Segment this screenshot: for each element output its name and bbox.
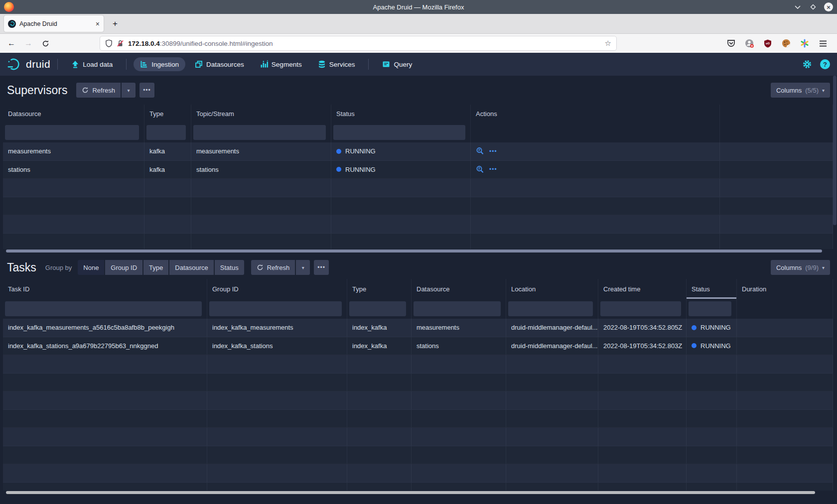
cell-status: RUNNING [687, 337, 737, 355]
help-icon[interactable]: ? [820, 59, 830, 69]
segments-icon [260, 60, 268, 68]
nav-item-load-data[interactable]: Load data [65, 57, 119, 71]
cell-type: index_kafka [347, 337, 412, 355]
nav-item-query[interactable]: Query [376, 57, 418, 71]
empty-cell [144, 179, 191, 197]
supervisor-row-stations[interactable]: stations kafka stations RUNNING ••• [3, 161, 833, 179]
menu-hamburger-icon[interactable] [818, 38, 828, 48]
tab-close-icon[interactable]: × [96, 20, 100, 28]
column-header-duration[interactable]: Duration [737, 279, 833, 299]
empty-cell [720, 197, 833, 215]
supervisors-title: Supervisors [7, 84, 67, 97]
column-header-status-sorted[interactable]: Status [687, 279, 737, 299]
settings-gear-icon[interactable] [802, 59, 812, 69]
empty-cell [144, 234, 191, 250]
browser-tab-apache-druid[interactable]: Apache Druid × [4, 15, 104, 32]
url-bar[interactable]: 172.18.0.4:30899/unified-console.html#in… [100, 36, 617, 51]
empty-cell [687, 428, 737, 446]
nav-label: Segments [272, 61, 302, 68]
ublock-origin-icon[interactable]: uO [763, 38, 773, 48]
scrollbar-thumb[interactable] [6, 250, 822, 252]
nav-label: Datasources [206, 61, 244, 68]
group-by-type-button[interactable]: Type [143, 260, 168, 275]
filter-location-input[interactable] [508, 301, 593, 316]
row-more-actions-icon[interactable]: ••• [489, 166, 497, 173]
column-header-status[interactable]: Status [331, 105, 471, 123]
task-row-stations[interactable]: index_kafka_stations_a9a679b22795b63_nnk… [3, 337, 833, 356]
column-header-type[interactable]: Type [144, 105, 191, 123]
filter-task-id-input[interactable] [5, 301, 202, 316]
nav-item-services[interactable]: Services [311, 57, 362, 71]
supervisors-columns-button[interactable]: Columns (5/5) ▾ [771, 83, 830, 98]
supervisor-row-measurements[interactable]: measurements kafka measurements RUNNING … [3, 142, 833, 161]
filter-status-input[interactable] [689, 301, 731, 316]
filter-topic-input[interactable] [193, 125, 326, 140]
nav-item-datasources[interactable]: Datasources [188, 57, 251, 71]
filter-type-input[interactable] [146, 125, 186, 140]
running-status-dot [692, 343, 697, 348]
running-status-dot [336, 149, 341, 154]
filter-type-input[interactable] [349, 301, 406, 316]
empty-cell [3, 355, 207, 373]
new-tab-button[interactable]: + [109, 17, 122, 30]
druid-brand: druid [7, 57, 50, 72]
filter-datasource-input[interactable] [414, 301, 501, 316]
tasks-more-button[interactable]: ••• [314, 260, 329, 275]
colorful-asterisk-extension-icon[interactable] [800, 38, 810, 48]
insecure-lock-icon[interactable] [117, 39, 124, 47]
reload-button[interactable] [39, 37, 52, 50]
filter-datasource-input[interactable] [5, 125, 139, 140]
tracking-shield-icon[interactable] [105, 39, 113, 47]
column-header-datasource[interactable]: Datasource [3, 105, 144, 123]
inspect-magnifier-icon[interactable] [476, 165, 484, 174]
inspect-magnifier-icon[interactable] [476, 147, 484, 155]
filter-status-input[interactable] [333, 125, 465, 140]
tasks-columns-button[interactable]: Columns (9/9) ▾ [771, 260, 830, 275]
column-header-group-id[interactable]: Group ID [207, 279, 347, 299]
scrollbar-thumb[interactable] [833, 76, 837, 225]
supervisors-refresh-button[interactable]: Refresh [76, 83, 121, 98]
window-maximize-button[interactable] [809, 2, 818, 11]
scrollbar-thumb[interactable] [6, 491, 815, 494]
tasks-refresh-dropdown[interactable]: ▾ [296, 260, 310, 275]
empty-cell [412, 483, 506, 491]
column-header-location[interactable]: Location [506, 279, 598, 299]
nav-item-segments[interactable]: Segments [254, 57, 308, 71]
filter-group-id-input[interactable] [209, 301, 342, 316]
column-header-topic-stream[interactable]: Topic/Stream [191, 105, 331, 123]
column-header-task-id[interactable]: Task ID [3, 279, 207, 299]
columns-label: Columns [776, 87, 802, 94]
refresh-icon [82, 87, 89, 94]
empty-cell [3, 410, 207, 428]
cell-location: druid-middlemanager-defaul... [506, 319, 598, 337]
window-minimize-button[interactable] [793, 2, 802, 11]
nav-item-ingestion[interactable]: Ingestion [134, 57, 185, 71]
cookie-extension-icon[interactable] [781, 38, 791, 48]
filter-created-time-input[interactable] [600, 301, 681, 316]
row-more-actions-icon[interactable]: ••• [489, 148, 497, 155]
supervisors-refresh-dropdown[interactable]: ▾ [122, 83, 136, 98]
empty-cell [720, 234, 833, 250]
group-by-group-id-button[interactable]: Group ID [105, 260, 142, 275]
task-row-measurements[interactable]: index_kafka_measurements_a5616c5ba8afb8b… [3, 319, 833, 337]
column-header-type[interactable]: Type [347, 279, 412, 299]
group-by-status-button[interactable]: Status [215, 260, 244, 275]
window-close-button[interactable]: × [824, 2, 833, 11]
empty-cell [720, 215, 833, 233]
pocket-icon[interactable] [726, 38, 736, 48]
supervisors-more-button[interactable]: ••• [140, 83, 154, 98]
group-by-none-button[interactable]: None [78, 260, 104, 275]
back-button[interactable]: ← [5, 37, 18, 50]
tasks-table: Task ID Group ID Type Datasource Locatio… [3, 279, 833, 495]
group-by-datasource-button[interactable]: Datasource [169, 260, 213, 275]
empty-cell [471, 197, 720, 215]
tasks-refresh-button[interactable]: Refresh [251, 260, 295, 275]
empty-cell [3, 179, 144, 197]
account-extension-icon[interactable] [744, 38, 754, 48]
tasks-table-header: Task ID Group ID Type Datasource Locatio… [3, 279, 833, 299]
column-header-datasource[interactable]: Datasource [412, 279, 506, 299]
status-label: RUNNING [345, 166, 376, 173]
column-header-created-time[interactable]: Created time [598, 279, 687, 299]
bookmark-star-icon[interactable]: ☆ [605, 39, 611, 48]
empty-table-row [3, 179, 833, 197]
